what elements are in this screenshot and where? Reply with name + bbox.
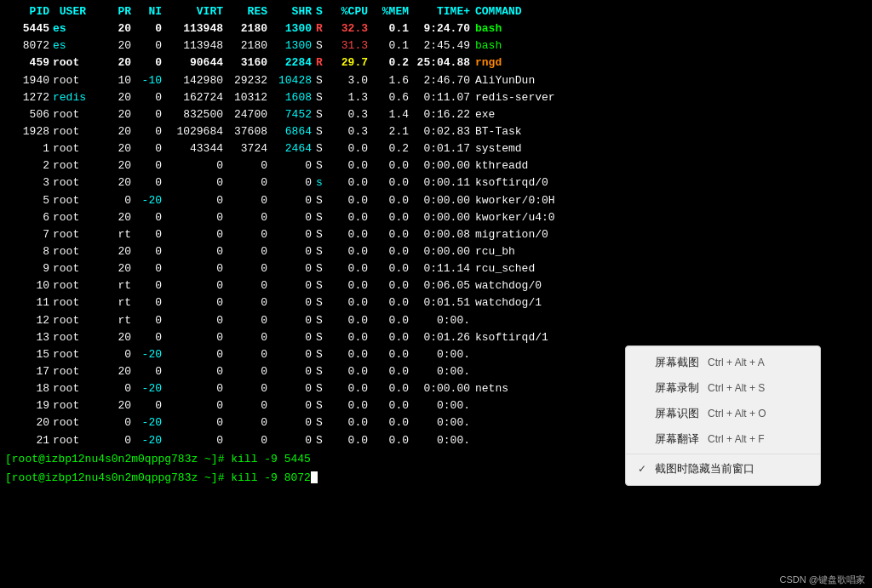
cell-virt: 0 bbox=[162, 312, 223, 329]
cell-cmd: bash bbox=[470, 20, 867, 37]
cell-mem: 0.0 bbox=[368, 157, 409, 174]
cell-cpu: 1.3 bbox=[327, 89, 368, 106]
cell-res: 0 bbox=[223, 380, 267, 397]
cell-pid: 13 bbox=[5, 329, 49, 346]
cell-virt: 0 bbox=[162, 174, 223, 191]
check-icon: ✓ bbox=[638, 463, 650, 475]
cell-time: 0:00.00 bbox=[409, 243, 470, 260]
cell-res: 0 bbox=[223, 312, 267, 329]
menu-divider bbox=[626, 454, 820, 454]
cell-cmd: systemd bbox=[470, 140, 867, 157]
cell-pid: 12 bbox=[5, 312, 49, 329]
context-menu-item[interactable]: 屏幕识图Ctrl + Alt + O bbox=[626, 401, 820, 426]
cell-ni: 0 bbox=[131, 157, 162, 174]
cell-mem: 0.0 bbox=[368, 277, 409, 294]
cell-virt: 0 bbox=[162, 157, 223, 174]
cell-time: 0:00. bbox=[409, 414, 470, 431]
cell-cpu: 29.7 bbox=[327, 54, 368, 71]
cell-time: 0:00. bbox=[409, 363, 470, 380]
table-row: 7 root rt 0 0 0 0 S 0.0 0.0 0:00.08 migr… bbox=[5, 226, 867, 243]
cell-virt: 90644 bbox=[162, 54, 223, 71]
cell-pid: 20 bbox=[5, 414, 49, 431]
cell-pid: 2 bbox=[5, 157, 49, 174]
cell-cmd: exe bbox=[470, 106, 867, 123]
cell-shr: 0 bbox=[267, 329, 312, 346]
cell-ni: 0 bbox=[131, 260, 162, 277]
cell-pid: 8 bbox=[5, 243, 49, 260]
cell-user: root bbox=[49, 380, 100, 397]
cell-ni: 0 bbox=[131, 243, 162, 260]
context-menu-item[interactable]: 屏幕截图Ctrl + Alt + A bbox=[626, 350, 820, 375]
cell-ni: 0 bbox=[131, 140, 162, 157]
cell-virt: 0 bbox=[162, 346, 223, 363]
context-menu-item[interactable]: 屏幕翻译Ctrl + Alt + F bbox=[626, 426, 820, 452]
cell-pid: 506 bbox=[5, 106, 49, 123]
cell-pid: 10 bbox=[5, 277, 49, 294]
cell-mem: 0.0 bbox=[368, 329, 409, 346]
cell-cpu: 0.3 bbox=[327, 123, 368, 140]
cell-pid: 7 bbox=[5, 226, 49, 243]
context-menu[interactable]: 屏幕截图Ctrl + Alt + A屏幕录制Ctrl + Alt + S屏幕识图… bbox=[625, 345, 821, 486]
table-row: 8 root 20 0 0 0 0 S 0.0 0.0 0:00.00 rcu_… bbox=[5, 243, 867, 260]
cell-mem: 0.0 bbox=[368, 432, 409, 449]
cell-time: 0:11.14 bbox=[409, 260, 470, 277]
cell-mem: 1.6 bbox=[368, 72, 409, 89]
cell-user: es bbox=[49, 20, 100, 37]
cell-ni: 0 bbox=[131, 54, 162, 71]
cell-mem: 0.1 bbox=[368, 20, 409, 37]
cell-user: redis bbox=[49, 89, 100, 106]
cell-pr: 20 bbox=[100, 37, 131, 54]
cell-cpu: 0.0 bbox=[327, 346, 368, 363]
cell-time: 0:00. bbox=[409, 397, 470, 414]
cell-shr: 0 bbox=[267, 157, 312, 174]
cell-cmd: redis-server bbox=[470, 89, 867, 106]
cell-res: 0 bbox=[223, 226, 267, 243]
cell-virt: 0 bbox=[162, 243, 223, 260]
cell-shr: 0 bbox=[267, 209, 312, 226]
cell-cpu: 0.3 bbox=[327, 106, 368, 123]
cell-user: root bbox=[49, 209, 100, 226]
cell-ni: 0 bbox=[131, 397, 162, 414]
context-menu-item[interactable]: 屏幕录制Ctrl + Alt + S bbox=[626, 375, 820, 401]
cell-virt: 0 bbox=[162, 363, 223, 380]
menu-item-shortcut: Ctrl + Alt + O bbox=[708, 408, 766, 420]
table-row: 11 root rt 0 0 0 0 S 0.0 0.0 0:01.51 wat… bbox=[5, 294, 867, 311]
cell-pr: 0 bbox=[100, 414, 131, 431]
cell-cmd: kworker/0:0H bbox=[470, 192, 867, 209]
context-menu-item[interactable]: ✓截图时隐藏当前窗口 bbox=[626, 456, 820, 482]
header-pr: PR bbox=[100, 3, 131, 20]
cell-user: root bbox=[49, 397, 100, 414]
cell-pr: 20 bbox=[100, 123, 131, 140]
cell-pr: rt bbox=[100, 277, 131, 294]
cell-pid: 1272 bbox=[5, 89, 49, 106]
cell-virt: 0 bbox=[162, 192, 223, 209]
cell-cmd: ksoftirqd/1 bbox=[470, 329, 867, 346]
cell-virt: 162724 bbox=[162, 89, 223, 106]
cell-time: 0:00.00 bbox=[409, 380, 470, 397]
cell-time: 0:00. bbox=[409, 432, 470, 449]
cell-s: S bbox=[312, 329, 327, 346]
terminal-window: PID USER PR NI VIRT RES SHR S %CPU %MEM … bbox=[0, 0, 872, 588]
menu-item-shortcut: Ctrl + Alt + A bbox=[708, 357, 765, 368]
cell-s: R bbox=[312, 54, 327, 71]
table-row: 2 root 20 0 0 0 0 S 0.0 0.0 0:00.00 kthr… bbox=[5, 157, 867, 174]
cell-shr: 0 bbox=[267, 294, 312, 311]
table-row: 8072 es 20 0 113948 2180 1300 S 31.3 0.1… bbox=[5, 37, 867, 54]
cell-pr: 20 bbox=[100, 209, 131, 226]
cell-cpu: 0.0 bbox=[327, 312, 368, 329]
table-row: 459 root 20 0 90644 3160 2284 R 29.7 0.2… bbox=[5, 54, 867, 71]
cell-pr: 20 bbox=[100, 397, 131, 414]
cell-s: S bbox=[312, 414, 327, 431]
cell-s: S bbox=[312, 363, 327, 380]
cell-cpu: 0.0 bbox=[327, 174, 368, 191]
cell-res: 0 bbox=[223, 174, 267, 191]
cell-s: S bbox=[312, 192, 327, 209]
cell-ni: 0 bbox=[131, 277, 162, 294]
cell-cmd: rcu_sched bbox=[470, 260, 867, 277]
cell-ni: 0 bbox=[131, 20, 162, 37]
cell-pr: 20 bbox=[100, 54, 131, 71]
cell-time: 2:46.70 bbox=[409, 72, 470, 89]
table-row: 5 root 0 -20 0 0 0 S 0.0 0.0 0:00.00 kwo… bbox=[5, 192, 867, 209]
cell-res: 24700 bbox=[223, 106, 267, 123]
menu-item-label: 截图时隐藏当前窗口 bbox=[655, 461, 754, 477]
